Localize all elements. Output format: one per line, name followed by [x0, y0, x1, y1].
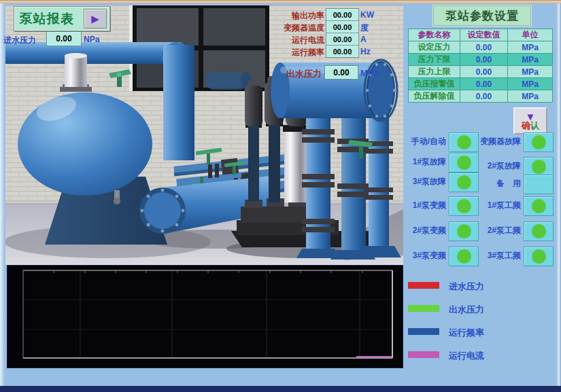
outlet-pressure-label: 出水压力	[277, 68, 322, 80]
indicator-label: 1#泵工频	[475, 200, 521, 211]
legend-swatch-current	[408, 351, 439, 358]
status-led	[524, 132, 554, 152]
confirm-label: 确	[522, 120, 530, 130]
frame-right-edge	[556, 3, 561, 386]
param-unit: MPa	[508, 78, 553, 90]
legend-swatch-inlet	[408, 282, 439, 289]
indicator-label: 变频器故障	[475, 136, 521, 147]
table-row: 负压解除值 0.00 MPa	[409, 90, 553, 103]
indicator-label: 2#泵变频	[400, 225, 446, 236]
legend-label: 运行频率	[449, 327, 484, 339]
param-value[interactable]: 0.00	[460, 41, 508, 54]
table-row: 压力上限 0.00 MPa	[409, 66, 553, 78]
inlet-pressure-unit: NPa	[84, 35, 99, 44]
report-button-label: 泵站报表	[20, 10, 74, 28]
trend-chart	[7, 265, 403, 368]
outlet-pressure-unit: MPa	[360, 68, 379, 78]
metric-label: 运行频率	[277, 47, 324, 58]
inlet-pressure-value: 0.00	[46, 31, 82, 46]
col-header: 设定数值	[460, 29, 508, 41]
confirm-label: 认	[530, 120, 539, 130]
parameter-table: 参数名称 设定数值 单位 设定压力 0.00 MPa 压力下限 0.00 MPa…	[408, 29, 553, 103]
indicator-label: 2#泵故障	[475, 160, 521, 172]
status-led	[524, 196, 554, 216]
metric-value: 00.00	[326, 8, 359, 21]
metric-unit: Hz	[360, 47, 371, 56]
param-name: 压力下限	[409, 54, 460, 66]
outlet-pressure-value: 0.00	[324, 65, 358, 79]
legend-swatch-outlet	[408, 305, 439, 312]
hmi-pump-station-screen: { "report_button": {"label": "泵站报表", "pl…	[0, 0, 561, 392]
settings-panel-title: 泵站参数设置	[433, 5, 531, 26]
param-name: 负压报警值	[409, 78, 460, 90]
status-led	[524, 221, 554, 241]
frame-left-edge	[0, 3, 5, 386]
param-name: 压力上限	[409, 66, 460, 78]
indicator-label: 3#泵工频	[475, 250, 521, 262]
metric-label: 运行电流	[277, 35, 324, 46]
param-value[interactable]: 0.00	[460, 78, 508, 90]
confirm-button[interactable]: ▼ 确认	[513, 107, 547, 135]
metric-unit: A	[360, 35, 367, 44]
indicator-label: 3#泵变频	[400, 250, 446, 262]
status-led	[524, 175, 554, 194]
metric-value: 00.00	[326, 33, 359, 46]
param-value[interactable]: 0.00	[460, 66, 508, 78]
param-value[interactable]: 0.00	[460, 54, 508, 66]
table-row: 负压报警值 0.00 MPa	[409, 78, 553, 90]
col-header: 单位	[508, 29, 553, 41]
legend-label: 出水压力	[449, 304, 484, 316]
param-unit: MPa	[508, 90, 553, 103]
metric-value: 00.00	[326, 20, 359, 33]
indicator-label: 1#泵变频	[400, 200, 446, 211]
metric-unit: KW	[360, 10, 374, 20]
metric-unit: 度	[360, 22, 369, 34]
table-row: 压力下限 0.00 MPa	[409, 54, 553, 66]
indicator-label: 备 用	[475, 178, 521, 190]
status-led	[524, 157, 554, 177]
metric-label: 输出功率	[277, 10, 324, 22]
frame-top-edge	[0, 0, 561, 3]
legend-label: 进水压力	[449, 281, 484, 293]
legend-swatch-frequency	[408, 328, 439, 335]
param-unit: MPa	[508, 66, 553, 78]
param-value[interactable]: 0.00	[460, 90, 508, 103]
param-unit: MPa	[508, 54, 553, 66]
indicator-label: 2#泵工频	[475, 225, 521, 236]
report-button[interactable]: 泵站报表 ▶	[14, 6, 110, 31]
play-icon[interactable]: ▶	[84, 9, 107, 29]
param-unit: MPa	[508, 41, 553, 54]
indicator-label: 3#泵故障	[400, 176, 446, 188]
param-name: 设定压力	[409, 41, 460, 54]
metric-label: 变频器温度	[277, 22, 324, 34]
param-name: 负压解除值	[409, 90, 460, 103]
status-led	[524, 247, 554, 266]
indicator-label: 手动/自动	[400, 136, 446, 147]
inlet-pressure-label: 进水压力	[3, 35, 36, 46]
col-header: 参数名称	[409, 29, 460, 41]
frame-bottom-edge	[0, 386, 561, 392]
table-row: 设定压力 0.00 MPa	[409, 41, 553, 54]
legend-label: 运行电流	[449, 350, 484, 362]
metric-value: 00.00	[326, 45, 359, 58]
indicator-label: 1#泵故障	[400, 156, 446, 168]
